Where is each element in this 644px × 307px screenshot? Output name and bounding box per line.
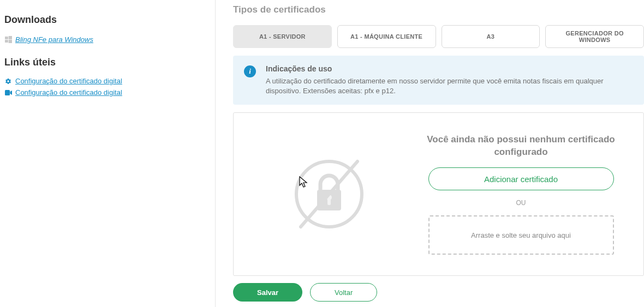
usage-info-box: i Indicações de uso A utilização do cert…: [233, 56, 644, 105]
windows-icon: [4, 36, 12, 44]
empty-illustration: [250, 151, 408, 238]
tab-a1-servidor[interactable]: A1 - SERVIDOR: [233, 25, 332, 48]
svg-rect-4: [5, 90, 10, 95]
svg-rect-3: [8, 40, 11, 43]
video-icon: [4, 89, 12, 97]
download-item: Bling NFe para Windows: [4, 35, 211, 44]
save-button[interactable]: Salvar: [233, 283, 302, 302]
tab-a1-cliente[interactable]: A1 - MÁQUINA CLIENTE: [337, 25, 436, 48]
svg-rect-1: [8, 36, 11, 39]
useful-link-1[interactable]: Configuração do certificado digital: [15, 77, 122, 85]
useful-link-2-row: Configuração do certificado digital: [4, 88, 211, 97]
certificate-panel: Você ainda não possui nenhum certificado…: [233, 112, 644, 276]
gear-icon: [4, 77, 12, 85]
add-certificate-button[interactable]: Adicionar certificado: [428, 167, 614, 190]
downloads-heading: Downloads: [4, 14, 211, 26]
download-link[interactable]: Bling NFe para Windows: [15, 35, 93, 44]
info-icon: i: [244, 65, 256, 77]
useful-link-1-row: Configuração do certificado digital: [4, 77, 211, 85]
svg-rect-2: [5, 40, 8, 43]
or-label: OU: [516, 199, 526, 207]
no-certificate-title: Você ainda não possui nenhum certificado…: [419, 134, 623, 159]
certificate-tabs: A1 - SERVIDOR A1 - MÁQUINA CLIENTE A3 GE…: [233, 25, 644, 48]
svg-line-9: [301, 161, 357, 227]
main-content: Tipos de certificados A1 - SERVIDOR A1 -…: [216, 0, 644, 307]
tab-a3[interactable]: A3: [442, 25, 540, 48]
svg-rect-8: [327, 198, 331, 205]
footer-actions: Salvar Voltar: [233, 283, 377, 302]
svg-rect-0: [5, 37, 8, 39]
info-body: A utilização do certificado diretamente …: [266, 76, 633, 96]
sidebar: Downloads Bling NFe para Windows Links ú…: [0, 0, 216, 307]
info-title: Indicações de uso: [266, 64, 633, 73]
file-drop-zone[interactable]: Arraste e solte seu arquivo aqui: [428, 215, 614, 255]
useful-link-2[interactable]: Configuração do certificado digital: [15, 88, 122, 97]
drop-zone-hint: Arraste e solte seu arquivo aqui: [471, 231, 571, 239]
back-button[interactable]: Voltar: [310, 283, 377, 302]
tab-gerenciador-windows[interactable]: GERENCIADOR DO WINDOWS: [545, 25, 644, 48]
section-title: Tipos de certificados: [233, 4, 644, 15]
useful-links-heading: Links úteis: [4, 57, 211, 68]
